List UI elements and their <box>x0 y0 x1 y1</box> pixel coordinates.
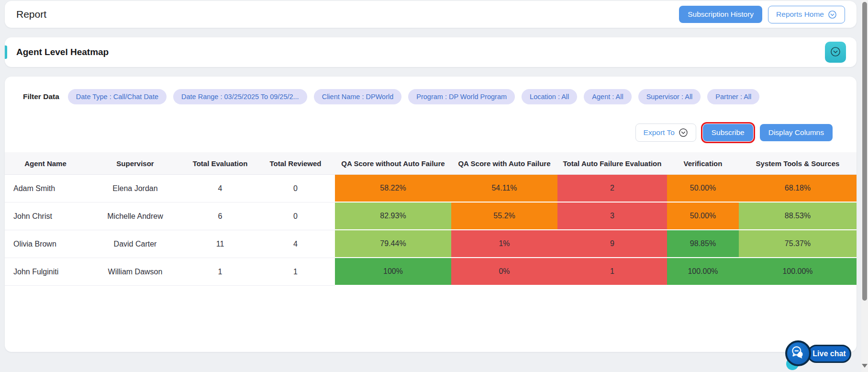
chevron-down-circle-icon <box>679 128 688 137</box>
cell-system_tools: 100.00% <box>739 258 857 286</box>
cell-total_reviewed: 1 <box>256 258 335 286</box>
export-to-button[interactable]: Export To <box>635 124 696 142</box>
column-header-total_evaluation: Total Evaluation <box>184 152 256 175</box>
filter-row: Filter Data Date Type : Call/Chat DateDa… <box>5 77 857 104</box>
cell-agent_name: Olivia Brown <box>5 230 86 258</box>
cell-agent_name: Adam Smith <box>5 175 86 203</box>
reports-home-button[interactable]: Reports Home <box>768 6 845 23</box>
page-content: Report Subscription History Reports Home… <box>0 0 861 352</box>
filter-chip[interactable]: Agent : All <box>584 89 631 104</box>
cell-agent_name: John Christ <box>5 203 86 230</box>
report-body-card: Filter Data Date Type : Call/Chat DateDa… <box>5 77 857 352</box>
cell-verification: 100.00% <box>667 258 739 286</box>
scrollbar-down-arrow-icon[interactable] <box>862 364 868 368</box>
cell-qa_without: 100% <box>335 258 451 286</box>
column-header-qa_with: QA Score with Auto Failure <box>451 152 557 175</box>
filter-chip[interactable]: Supervisor : All <box>638 89 701 104</box>
cell-total_auto_failure: 1 <box>557 258 667 286</box>
display-columns-button[interactable]: Display Columns <box>760 124 833 141</box>
column-header-total_reviewed: Total Reviewed <box>256 152 335 175</box>
cell-total_evaluation: 11 <box>184 230 256 258</box>
subscription-history-label: Subscription History <box>688 10 754 19</box>
agent-heatmap-table: Agent NameSupervisorTotal EvaluationTota… <box>5 152 857 286</box>
filter-chip[interactable]: Date Range : 03/25/2025 To 09/25/2... <box>173 89 307 104</box>
cell-qa_without: 79.44% <box>335 230 451 258</box>
cell-system_tools: 88.53% <box>739 203 857 230</box>
page-title: Report <box>16 9 46 20</box>
column-header-agent_name: Agent Name <box>5 152 86 175</box>
section-header-card: Agent Level Heatmap <box>5 37 857 67</box>
chat-bubbles-icon <box>790 344 806 362</box>
livechat-widget: Live chat <box>782 338 854 370</box>
cell-supervisor: David Carter <box>86 230 184 258</box>
chevron-down-circle-icon <box>830 46 841 59</box>
report-header-card: Report Subscription History Reports Home <box>5 1 857 28</box>
cell-total_reviewed: 4 <box>256 230 335 258</box>
cell-total_evaluation: 4 <box>184 175 256 203</box>
export-to-label: Export To <box>644 128 675 137</box>
cell-qa_with: 1% <box>451 230 557 258</box>
cell-supervisor: Michelle Andrew <box>86 203 184 230</box>
cell-total_auto_failure: 2 <box>557 175 667 203</box>
cell-qa_with: 55.2% <box>451 203 557 230</box>
scrollbar-thumb[interactable] <box>862 2 867 301</box>
display-columns-label: Display Columns <box>768 128 824 137</box>
cell-total_evaluation: 6 <box>184 203 256 230</box>
reports-home-label: Reports Home <box>776 10 824 19</box>
filter-chips: Date Type : Call/Chat DateDate Range : 0… <box>68 89 759 104</box>
subscribe-label: Subscribe <box>712 128 745 137</box>
table-row: John ChristMichelle Andrew6082.93%55.2%3… <box>5 203 857 230</box>
cell-total_reviewed: 0 <box>256 175 335 203</box>
header-actions: Subscription History Reports Home <box>679 6 845 23</box>
table-row: Olivia BrownDavid Carter11479.44%1%998.8… <box>5 230 857 258</box>
cell-agent_name: John Fulginiti <box>5 258 86 286</box>
cell-verification: 50.00% <box>667 175 739 203</box>
filter-chip[interactable]: Client Name : DPWorld <box>314 89 402 104</box>
cell-total_auto_failure: 9 <box>557 230 667 258</box>
section-accent-bar <box>5 45 7 59</box>
cell-total_auto_failure: 3 <box>557 203 667 230</box>
cell-qa_without: 58.22% <box>335 175 451 203</box>
column-header-qa_without: QA Score without Auto Failure <box>335 152 451 175</box>
cell-supervisor: Elena Jordan <box>86 175 184 203</box>
filter-chip[interactable]: Date Type : Call/Chat Date <box>68 89 167 104</box>
section-title: Agent Level Heatmap <box>16 47 109 57</box>
table-row: Adam SmithElena Jordan4058.22%54.11%250.… <box>5 175 857 203</box>
filter-data-label: Filter Data <box>23 92 59 101</box>
column-header-verification: Verification <box>667 152 739 175</box>
cell-system_tools: 75.37% <box>739 230 857 258</box>
column-header-system_tools: System Tools & Sources <box>739 152 857 175</box>
section-collapse-button[interactable] <box>825 42 846 63</box>
cell-system_tools: 68.18% <box>739 175 857 203</box>
chevron-down-circle-icon <box>828 10 837 19</box>
subscribe-button[interactable]: Subscribe <box>703 124 753 141</box>
column-header-supervisor: Supervisor <box>86 152 184 175</box>
filter-chip[interactable]: Partner : All <box>707 89 759 104</box>
cell-verification: 50.00% <box>667 203 739 230</box>
livechat-label: Live chat <box>812 349 846 358</box>
cell-qa_with: 54.11% <box>451 175 557 203</box>
cell-supervisor: William Dawson <box>86 258 184 286</box>
cell-qa_without: 82.93% <box>335 203 451 230</box>
filter-chip[interactable]: Program : DP World Program <box>408 89 515 104</box>
cell-qa_with: 0% <box>451 258 557 286</box>
table-row: John FulginitiWilliam Dawson11100%0%1100… <box>5 258 857 286</box>
subscription-history-button[interactable]: Subscription History <box>679 6 762 23</box>
column-header-total_auto_failure: Total Auto Failure Evaluation <box>557 152 667 175</box>
cell-total_reviewed: 0 <box>256 203 335 230</box>
cell-total_evaluation: 1 <box>184 258 256 286</box>
cell-verification: 98.85% <box>667 230 739 258</box>
vertical-scrollbar[interactable] <box>861 0 868 372</box>
livechat-button[interactable]: Live chat <box>807 345 851 363</box>
table-header-row: Agent NameSupervisorTotal EvaluationTota… <box>5 152 857 175</box>
table-actions-row: Export To Subscribe Display Columns <box>5 104 857 142</box>
livechat-bubble-button[interactable] <box>785 340 811 366</box>
filter-chip[interactable]: Location : All <box>522 89 577 104</box>
